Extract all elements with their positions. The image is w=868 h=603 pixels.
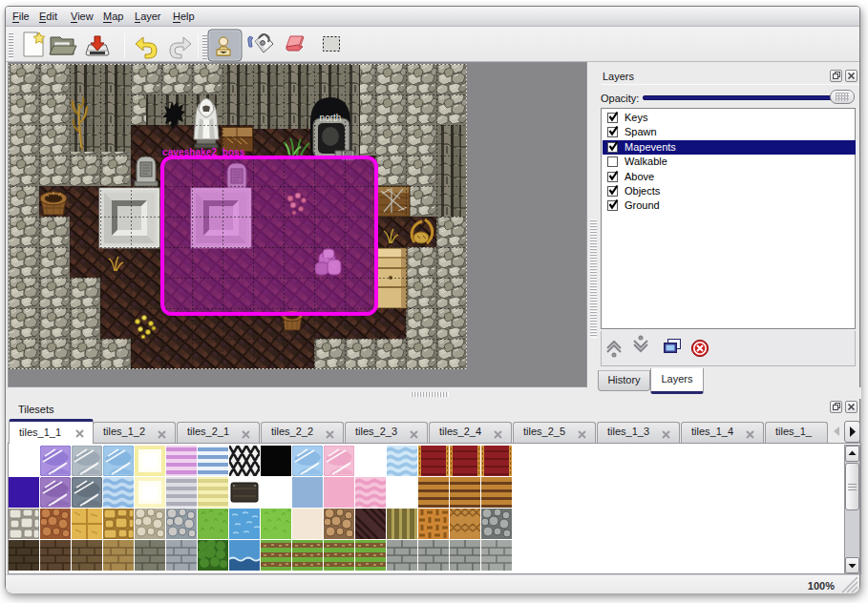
- svg-text:north: north: [320, 113, 342, 123]
- svg-text:caveshake2_boss: caveshake2_boss: [162, 147, 245, 157]
